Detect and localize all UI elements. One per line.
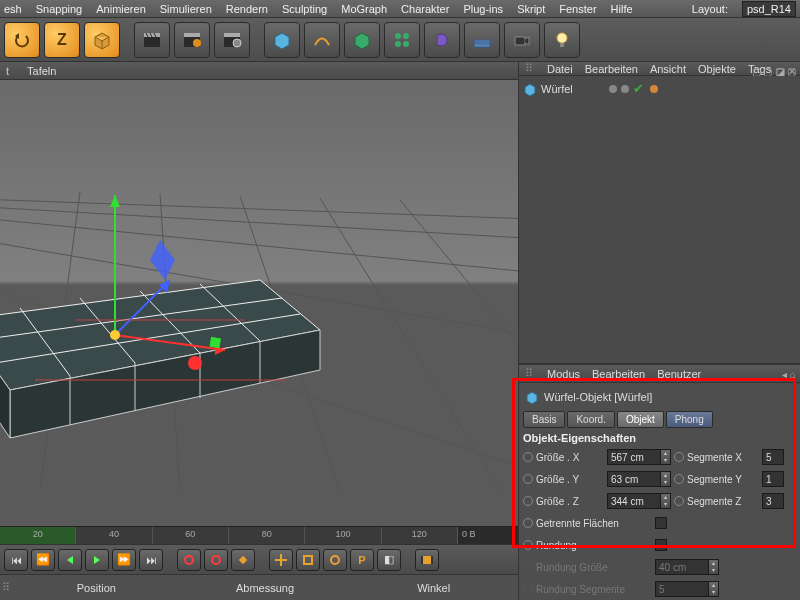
anim-ring-icon[interactable]: [674, 452, 684, 462]
om-menu-objects[interactable]: Objekte: [698, 63, 736, 75]
tab-phong[interactable]: Phong: [666, 411, 713, 428]
autokey-button[interactable]: [204, 549, 228, 571]
size-z-input[interactable]: [607, 493, 661, 509]
attribute-manager-menubar: ⠿ Modus Bearbeiten Benutzer ◂ ⌂: [519, 365, 800, 383]
spline-button[interactable]: [304, 22, 340, 58]
am-menu-user[interactable]: Benutzer: [657, 368, 701, 380]
panel-grip-icon[interactable]: ⠿: [525, 367, 533, 380]
attribute-manager: ⠿ Modus Bearbeiten Benutzer ◂ ⌂ Würfel-O…: [519, 364, 800, 600]
ruler-frame-count: 0 B: [458, 527, 518, 544]
svg-point-4: [193, 39, 201, 47]
menu-mesh[interactable]: esh: [4, 3, 22, 15]
anim-ring-icon[interactable]: [523, 474, 533, 484]
om-menu-file[interactable]: Datei: [547, 63, 573, 75]
svg-rect-47: [209, 337, 221, 349]
prev-key-button[interactable]: ⏪: [31, 549, 55, 571]
menu-animate[interactable]: Animieren: [96, 3, 146, 15]
array-button[interactable]: [384, 22, 420, 58]
menu-window[interactable]: Fenster: [559, 3, 596, 15]
z-axis-button[interactable]: Z: [44, 22, 80, 58]
next-key-button[interactable]: ⏩: [112, 549, 136, 571]
viewport-menu-partial[interactable]: t: [6, 65, 9, 77]
menu-character[interactable]: Charakter: [401, 3, 449, 15]
filmstrip-button[interactable]: [415, 549, 439, 571]
rotate-tool-button[interactable]: [323, 549, 347, 571]
clapboard-button[interactable]: [134, 22, 170, 58]
play-forward-button[interactable]: [85, 549, 109, 571]
light-button[interactable]: [544, 22, 580, 58]
menu-plugins[interactable]: Plug-ins: [463, 3, 503, 15]
undo-button[interactable]: [4, 22, 40, 58]
tab-objekt[interactable]: Objekt: [617, 411, 664, 428]
am-menu-edit[interactable]: Bearbeiten: [592, 368, 645, 380]
spinner[interactable]: ▴▾: [661, 493, 671, 509]
svg-rect-52: [239, 555, 247, 563]
anim-ring-icon[interactable]: [523, 452, 533, 462]
coord-angle-header: Winkel: [349, 582, 518, 594]
segments-x-input[interactable]: [762, 449, 784, 465]
timeline-ruler[interactable]: 20 40 60 80 100 120 0 B: [0, 526, 518, 544]
separate-faces-checkbox[interactable]: [655, 517, 667, 529]
om-menu-edit[interactable]: Bearbeiten: [585, 63, 638, 75]
menu-mograph[interactable]: MoGraph: [341, 3, 387, 15]
am-menu-mode[interactable]: Modus: [547, 368, 580, 380]
size-y-input[interactable]: [607, 471, 661, 487]
floor-button[interactable]: [464, 22, 500, 58]
menu-help[interactable]: Hilfe: [611, 3, 633, 15]
am-panel-icons[interactable]: ◂ ⌂: [782, 365, 796, 383]
menu-snapping[interactable]: Snapping: [36, 3, 83, 15]
ruler-tick: 80: [229, 527, 305, 544]
segments-z-input[interactable]: [762, 493, 784, 509]
move-tool-button[interactable]: [269, 549, 293, 571]
tree-item-cube[interactable]: Würfel: [523, 80, 796, 98]
object-manager-tree[interactable]: Würfel ✔: [519, 76, 800, 364]
cube-primitive-button[interactable]: [84, 22, 120, 58]
menu-simulate[interactable]: Simulieren: [160, 3, 212, 15]
spinner: ▴▾: [709, 581, 719, 597]
menu-render[interactable]: Rendern: [226, 3, 268, 15]
anim-ring-icon[interactable]: [674, 474, 684, 484]
anim-layer-button[interactable]: ◧: [377, 549, 401, 571]
tab-basis[interactable]: Basis: [523, 411, 565, 428]
viewport-menu-panels[interactable]: Tafeln: [27, 65, 56, 77]
play-back-button[interactable]: [58, 549, 82, 571]
goto-start-button[interactable]: ⏮: [4, 549, 28, 571]
tree-item-controls[interactable]: ✔: [609, 81, 658, 96]
spinner[interactable]: ▴▾: [661, 449, 671, 465]
anim-ring-icon[interactable]: [523, 496, 533, 506]
param-button[interactable]: P: [350, 549, 374, 571]
layout-selector[interactable]: psd_R14: [742, 1, 796, 17]
camera-button[interactable]: [504, 22, 540, 58]
fillet-checkbox[interactable]: [655, 539, 667, 551]
menu-script[interactable]: Skript: [517, 3, 545, 15]
panel-grip-icon[interactable]: ⠿: [0, 581, 12, 594]
spinner[interactable]: ▴▾: [661, 471, 671, 487]
svg-rect-15: [515, 37, 525, 45]
visibility-dot-render[interactable]: [621, 85, 629, 93]
perspective-viewport[interactable]: [0, 80, 518, 526]
record-button[interactable]: [177, 549, 201, 571]
tab-koord[interactable]: Koord.: [567, 411, 614, 428]
anim-ring-icon[interactable]: [523, 540, 533, 550]
enable-checkmark-icon[interactable]: ✔: [633, 81, 644, 96]
segments-y-input[interactable]: [762, 471, 784, 487]
keyframe-button[interactable]: [231, 549, 255, 571]
scale-tool-button[interactable]: [296, 549, 320, 571]
timeline-controls: ⏮ ⏪ ⏩ ⏭ P ◧: [0, 544, 518, 574]
anim-ring-icon[interactable]: [523, 518, 533, 528]
panel-grip-icon[interactable]: ⠿: [525, 62, 533, 75]
render-region-button[interactable]: [174, 22, 210, 58]
nurbs-button[interactable]: [344, 22, 380, 58]
om-menu-view[interactable]: Ansicht: [650, 63, 686, 75]
size-x-input[interactable]: [607, 449, 661, 465]
anim-ring-icon[interactable]: [674, 496, 684, 506]
render-settings-button[interactable]: [214, 22, 250, 58]
goto-end-button[interactable]: ⏭: [139, 549, 163, 571]
cube-add-button[interactable]: [264, 22, 300, 58]
menu-sculpting[interactable]: Sculpting: [282, 3, 327, 15]
visibility-dot-editor[interactable]: [609, 85, 617, 93]
phong-tag-icon[interactable]: [650, 85, 658, 93]
prop-label: Getrennte Flächen: [536, 518, 652, 529]
cube-object-3d: [0, 280, 320, 438]
deformer-button[interactable]: [424, 22, 460, 58]
